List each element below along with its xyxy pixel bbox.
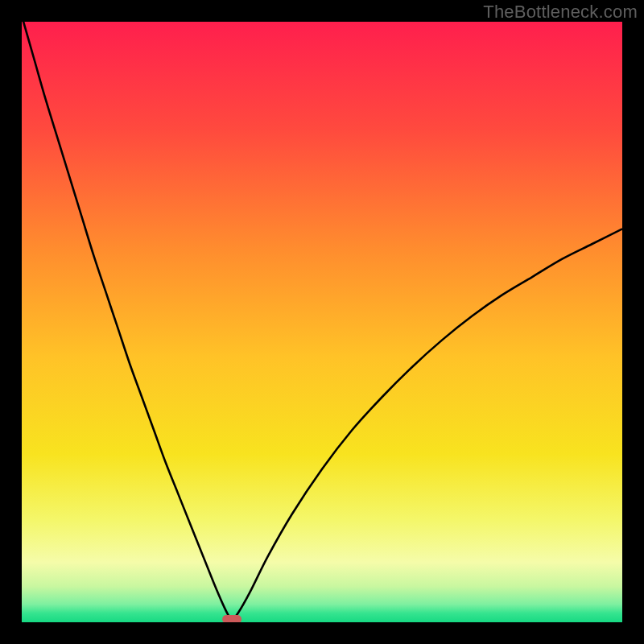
watermark-text: TheBottleneck.com — [483, 2, 638, 23]
chart-background — [22, 22, 622, 622]
minimum-marker — [222, 615, 242, 622]
chart-frame — [22, 22, 622, 622]
chart-svg — [22, 22, 622, 622]
